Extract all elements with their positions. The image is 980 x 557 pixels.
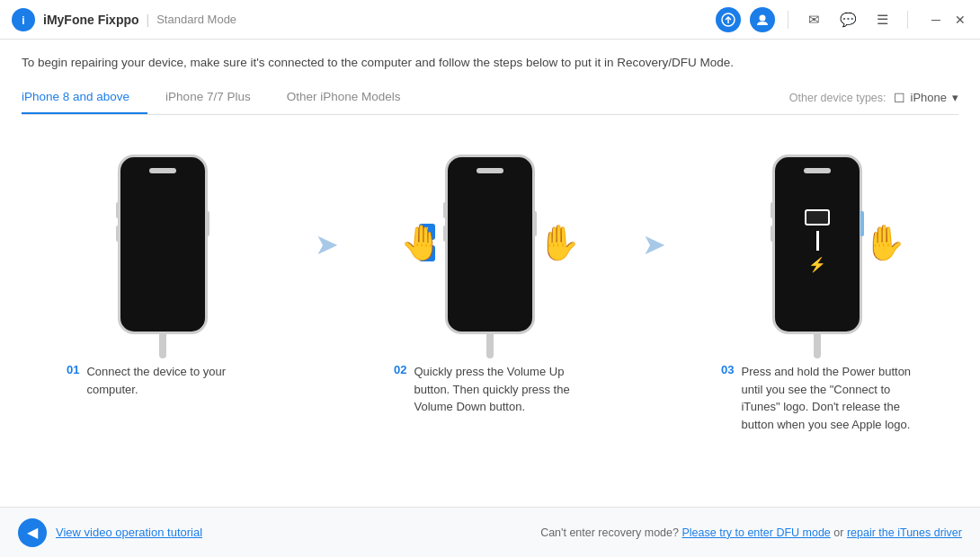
step-1-image (91, 137, 235, 352)
footer: ◀ View video operation tutorial Can't en… (0, 507, 980, 557)
tab-iphone77[interactable]: iPhone 7/7 Plus (165, 81, 269, 114)
other-device-label: Other device types: (789, 92, 886, 104)
titlebar-separator2 (907, 11, 908, 29)
lightning-connector-icon: ⚡ (808, 256, 826, 273)
info-banner: To begin repairing your device, make sur… (22, 40, 958, 81)
step-3-text: Press and hold the Power button until yo… (741, 363, 913, 433)
phone-cable-3 (814, 332, 821, 358)
itunes-monitor-icon (805, 209, 830, 225)
titlebar-icons: ✉ 💬 ☰ ─ ✕ (716, 7, 969, 32)
window-controls: ─ ✕ (928, 11, 969, 29)
phone-3-btn-left2 (771, 225, 774, 242)
itunes-driver-link[interactable]: repair the iTunes driver (847, 526, 962, 539)
arrow-2-icon: ➤ (642, 227, 666, 261)
app-name: iMyFone Fixppo (43, 13, 139, 27)
itunes-screen: ⚡ (805, 209, 830, 273)
user-avatar-btn[interactable] (750, 7, 775, 32)
titlebar-divider: | (147, 13, 150, 27)
tutorial-link[interactable]: View video operation tutorial (56, 526, 202, 539)
step-2-desc: 02 Quickly press the Volume Up button. T… (387, 363, 593, 416)
update-icon-btn[interactable] (716, 7, 741, 32)
arrow-2: ➤ (631, 137, 676, 352)
cant-enter-text: Can't enter recovery mode? (540, 526, 679, 539)
menu-icon-btn[interactable]: ☰ (869, 7, 895, 32)
phone-3: ⚡ (772, 155, 862, 334)
tab-iphone8[interactable]: iPhone 8 and above (22, 81, 147, 114)
steps-area: 01 Connect the device to your computer. … (22, 115, 958, 507)
phone-btn-left1 (116, 202, 120, 218)
phone-cable-1 (159, 332, 166, 358)
step-2-col: 🤚 1 2 🤚 02 Quickly press the Volume Up b… (349, 137, 631, 416)
hand-press-icon: 🤚 (863, 223, 905, 262)
app-logo: i (11, 7, 36, 32)
phone-btn-left2 (116, 225, 120, 242)
itunes-cable-icon (816, 231, 819, 251)
svg-text:i: i (22, 14, 24, 27)
step-1-col: 01 Connect the device to your computer. (22, 137, 304, 398)
step-2-num: 02 (394, 363, 406, 376)
arrow-1-icon: ➤ (315, 227, 339, 261)
back-button[interactable]: ◀ (18, 518, 47, 547)
tab-other-models[interactable]: Other iPhone Models (287, 81, 419, 114)
footer-right: Can't enter recovery mode? Please try to… (540, 526, 962, 539)
titlebar-separator (788, 11, 788, 29)
dfu-mode-link[interactable]: Please try to enter DFU mode (682, 526, 830, 539)
phone-2-btn-left1 (443, 202, 447, 218)
phone-btn-right1 (206, 211, 209, 236)
step-3-col: 🤚 ⚡ 03 Press and hold the Power butt (676, 137, 958, 433)
close-btn[interactable]: ✕ (951, 11, 969, 29)
phone-2: 1 2 (445, 155, 535, 334)
arrow-1: ➤ (304, 137, 349, 352)
svg-point-4 (760, 14, 766, 21)
mail-icon-btn[interactable]: ✉ (801, 7, 826, 32)
step-3-desc: 03 Press and hold the Power button until… (714, 363, 921, 433)
step-2-text: Quickly press the Volume Up button. Then… (414, 363, 586, 416)
step-3-num: 03 (721, 363, 734, 376)
step-3-image: 🤚 ⚡ (745, 137, 889, 352)
phone-cable-2 (486, 332, 494, 358)
or-text: or (833, 526, 843, 539)
chat-icon-btn[interactable]: 💬 (835, 7, 860, 32)
main-content: To begin repairing your device, make sur… (0, 40, 980, 507)
phone-2-btn-right (533, 211, 537, 236)
dropdown-arrow-icon: ▾ (952, 91, 958, 104)
titlebar-mode: Standard Mode (156, 13, 236, 26)
step-1-num: 01 (67, 363, 79, 376)
phone-small-icon: ☐ (894, 91, 905, 105)
phone-2-btn-left2 (443, 225, 447, 242)
hand-right-icon: 🤚 (538, 223, 580, 262)
other-device-value: iPhone (911, 91, 947, 104)
hand-left-icon: 🤚 (400, 223, 442, 262)
step-1-text: Connect the device to your computer. (86, 363, 259, 398)
other-device-selector[interactable]: ☐ iPhone ▾ (894, 91, 958, 105)
step-2-image: 🤚 1 2 🤚 (418, 137, 562, 352)
phone-1 (118, 155, 208, 334)
banner-text: To begin repairing your device, make sur… (22, 56, 734, 69)
tabs-row: iPhone 8 and above iPhone 7/7 Plus Other… (22, 81, 958, 115)
minimize-btn[interactable]: ─ (928, 11, 944, 29)
titlebar: i iMyFone Fixppo | Standard Mode ✉ 💬 ☰ ─… (0, 0, 980, 40)
step-1-desc: 01 Connect the device to your computer. (59, 363, 266, 398)
phone-3-btn-left1 (771, 202, 774, 218)
